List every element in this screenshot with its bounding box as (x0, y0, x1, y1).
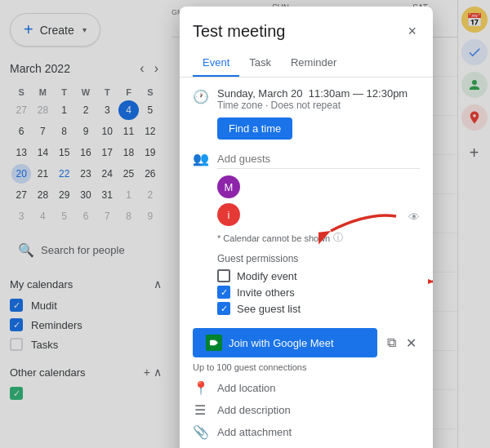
guest-permissions-title: Guest permissions (217, 253, 420, 264)
find-time-button[interactable]: Find a time (217, 118, 292, 140)
svg-marker-1 (428, 279, 433, 284)
calendar-note-text: * Calendar cannot be shown (217, 233, 330, 243)
perm-see-guest-list: ✓ See guest list (217, 302, 420, 315)
event-time: 11:30am — 12:30pm (309, 87, 408, 100)
perm-checkbox-modify[interactable] (217, 269, 230, 282)
google-meet-icon (206, 335, 222, 351)
guest-avatar-i: i (217, 203, 240, 226)
remove-meet-button[interactable]: ✕ (403, 332, 420, 354)
add-attachment-label: Add attachment (217, 426, 292, 438)
join-google-meet-button[interactable]: Join with Google Meet (193, 328, 377, 357)
event-modal: Test meeting × Event Task Reminder 🕐 Sun… (180, 7, 433, 448)
add-attachment-row[interactable]: 📎 Add attachment (193, 424, 420, 440)
checkmark-icon: ✓ (220, 304, 228, 314)
add-description-label: Add description (217, 404, 291, 416)
add-description-row[interactable]: ☰ Add description (193, 402, 420, 418)
guests-row: 👥 M i 👁 * Calendar cannot be shown ⓘ Gue… (193, 149, 420, 318)
datetime-content: Sunday, March 20 11:30am — 12:30pm Time … (217, 87, 420, 140)
perm-label-modify: Modify event (237, 270, 297, 282)
perm-label-invite: Invite others (237, 286, 295, 299)
calendar-note: * Calendar cannot be shown ⓘ (217, 231, 420, 245)
event-date: Sunday, March 20 (217, 87, 303, 100)
tab-task[interactable]: Task (239, 50, 281, 77)
guests-icon: 👥 (193, 151, 207, 166)
guest-list: M i 👁 (217, 175, 420, 231)
eye-slash-icon: 👁 (408, 211, 420, 224)
guest-avatar-m: M (217, 175, 240, 198)
meet-note: Up to 100 guest connections (193, 362, 420, 372)
perm-invite-others: ✓ Invite others (217, 286, 420, 299)
modal-close-button[interactable]: × (404, 20, 420, 43)
guest-permissions-section: Guest permissions Modify event (217, 253, 420, 315)
attachment-icon: 📎 (193, 424, 207, 440)
meet-row: Join with Google Meet ⧉ ✕ (193, 328, 420, 357)
modal-title: Test meeting (193, 22, 404, 41)
location-icon: 📍 (193, 380, 207, 396)
svg-rect-3 (210, 340, 216, 346)
event-date-time: Sunday, March 20 11:30am — 12:30pm (217, 87, 420, 100)
add-location-row[interactable]: 📍 Add location (193, 380, 420, 396)
tab-reminder[interactable]: Reminder (281, 50, 346, 77)
modal-header: Test meeting × (180, 7, 433, 43)
modal-body: 🕐 Sunday, March 20 11:30am — 12:30pm Tim… (180, 78, 433, 448)
description-icon: ☰ (193, 402, 207, 418)
perm-label-guest-list: See guest list (237, 303, 301, 315)
add-location-label: Add location (217, 382, 276, 394)
copy-meet-link-button[interactable]: ⧉ (384, 332, 399, 354)
tab-event[interactable]: Event (193, 50, 239, 77)
add-guests-input[interactable] (217, 149, 420, 169)
perm-checkbox-invite[interactable]: ✓ (217, 286, 230, 299)
clock-icon: 🕐 (193, 89, 207, 104)
checkmark-icon: ✓ (220, 287, 228, 298)
guests-content: M i 👁 * Calendar cannot be shown ⓘ Guest… (217, 149, 420, 318)
red-arrow-annotation (428, 265, 433, 298)
perm-modify-event: Modify event (217, 269, 420, 282)
meet-actions: ⧉ ✕ (384, 332, 420, 354)
event-timezone: Time zone · Does not repeat (217, 100, 420, 111)
modal-tabs: Event Task Reminder (180, 43, 433, 78)
meet-button-label: Join with Google Meet (229, 337, 334, 349)
perm-checkbox-guest-list[interactable]: ✓ (217, 302, 230, 315)
info-icon: ⓘ (333, 231, 343, 245)
datetime-row: 🕐 Sunday, March 20 11:30am — 12:30pm Tim… (193, 87, 420, 140)
